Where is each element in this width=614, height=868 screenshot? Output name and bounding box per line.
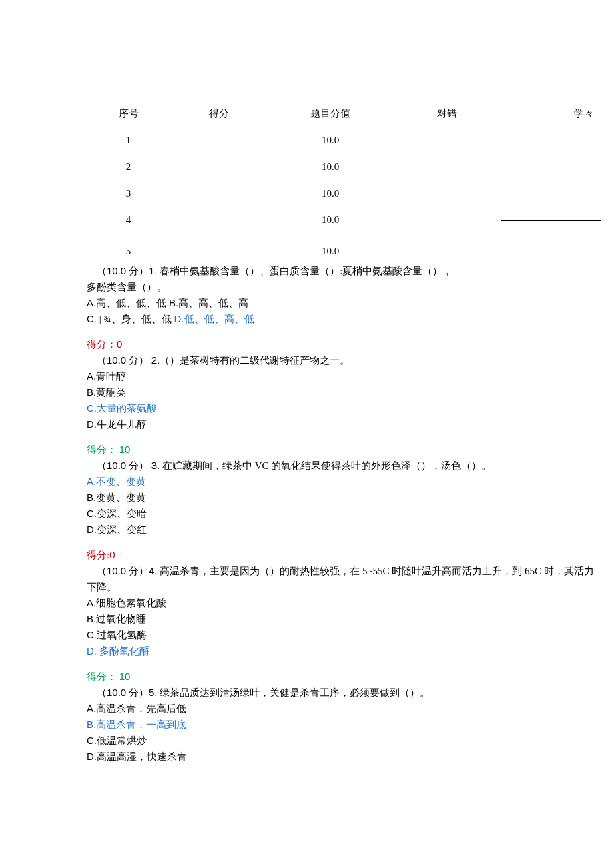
q5-opt-c: C.低温常烘炒: [87, 733, 601, 749]
q2-text: （）是茶树特有的二级代谢特征产物之一。: [160, 355, 350, 366]
q1-opt-c: | ¾、身、低、低: [97, 314, 174, 324]
question-3: 得分： 10 （10.0 分） 3. 在贮藏期间，绿茶中 VC 的氧化结果使得茶…: [87, 442, 601, 538]
paren-close: 分）: [126, 355, 151, 366]
cell-value: 10.0: [267, 214, 394, 226]
cell-value: 10.0: [267, 135, 394, 146]
q5-opt-b: B.高温杀青，一高到底: [87, 717, 601, 733]
opt-text: 高温杀青，一高到底: [96, 719, 186, 730]
col-value-header: 题目分值: [267, 107, 394, 120]
cell-value: 10.0: [267, 161, 394, 173]
q1-opt-d-label: D.: [174, 313, 184, 324]
q1-line-ab: A.高、低、低、低 B.高、高、低、高: [87, 295, 601, 311]
table-row: 5 10.0: [87, 243, 601, 259]
q4-opt-b: B.过氧化物睡: [87, 611, 601, 627]
cell-xue: [501, 220, 601, 221]
q2-score: 得分： 10: [87, 442, 601, 458]
cell-seq: 3: [87, 188, 170, 199]
opt-text: 过氧化氢酶: [97, 630, 147, 640]
opt-label: C.: [87, 402, 97, 414]
table-row: 4 10.0: [87, 207, 601, 234]
q3-num: 3.: [151, 460, 160, 471]
q5-text: 绿茶品质达到清汤绿叶，关健是杀青工序，必须要做到（）。: [157, 687, 430, 698]
q1-prompt: （10.0 分）1. 春梢中氨基酸含量（）、蛋白质含量（）:夏梢中氨基酸含量（）…: [87, 263, 601, 279]
paren-close: 分）: [126, 566, 149, 576]
opt-label: B.: [87, 386, 96, 398]
q5-opt-d: D.高温高湿，快速杀青: [87, 749, 601, 765]
cell-seq: 5: [87, 246, 170, 257]
q3-opt-a: A.不变、变黄: [87, 474, 601, 490]
opt-label: D.: [87, 751, 97, 762]
opt-text: 高温高湿，快速杀青: [97, 751, 187, 762]
score-value: 10: [119, 671, 131, 682]
opt-label: A.: [87, 370, 96, 382]
score-label: 得分：: [87, 339, 117, 350]
q1-opt-d: 低、低、高、低: [184, 314, 254, 324]
q1-opt-b-label: B.: [169, 297, 178, 308]
score-label: 得分：: [87, 671, 119, 682]
opt-text: 大量的茶氨酸: [97, 403, 157, 414]
cell-value: 10.0: [267, 246, 394, 257]
table-header: 序号 得分 题目分值 对错 学々: [87, 100, 601, 127]
q1-opt-a: 高、低、低、低: [96, 298, 169, 308]
paren-open: （: [97, 687, 107, 698]
q1-text-a: 春梢中氨基酸含量（）、蛋白质含量（）:夏梢中氨基酸含量（），: [157, 266, 452, 276]
paren-open: （: [97, 566, 107, 576]
opt-label: A.: [87, 597, 96, 608]
table-row: 3 10.0: [87, 180, 601, 207]
paren-close: 分）: [126, 687, 149, 698]
score-value: 10: [119, 444, 131, 455]
q1-score: 得分：0: [87, 336, 601, 352]
opt-label: C.: [87, 508, 97, 519]
opt-text: 高温杀青，先高后低: [96, 703, 186, 714]
q5-opt-a: A.高温杀青，先高后低: [87, 701, 601, 717]
opt-label: D.: [87, 524, 97, 535]
q4-score: 得分： 10: [87, 669, 601, 685]
score-value: 0: [109, 549, 115, 560]
q2-points: 10.0: [107, 354, 126, 366]
q3-points: 10.0: [107, 460, 126, 471]
opt-label: B.: [87, 719, 96, 730]
score-value: 0: [117, 338, 122, 350]
opt-text: 变黄、变黄: [96, 492, 146, 503]
q2-opt-d: D.牛龙牛儿醇: [87, 416, 601, 432]
question-2: 得分：0 （10.0 分） 2.（）是茶树特有的二级代谢特征产物之一。 A.青叶…: [87, 336, 601, 432]
q4-prompt: （10.0 分）4. 高温杀青，主要是因为（）的耐热性较强，在 5~55C 时随…: [87, 563, 601, 595]
col-right-header: 对错: [394, 107, 501, 120]
opt-text: 不变、变黄: [96, 476, 146, 487]
q3-text: 在贮藏期间，绿茶中 VC 的氧化结果使得茶叶的外形色泽（），汤色（）。: [160, 460, 491, 471]
paren-open: （: [97, 266, 107, 276]
cell-seq: 2: [87, 161, 170, 173]
q1-text-b: 多酚类含量（）。: [87, 279, 601, 295]
q5-points: 10.0: [107, 687, 126, 698]
q4-opt-a: A.细胞色素氧化酸: [87, 595, 601, 611]
q2-opt-c: C.大量的茶氨酸: [87, 400, 601, 416]
col-score-header: 得分: [170, 107, 267, 120]
q5-num: 5.: [149, 687, 158, 698]
opt-text: 低温常烘炒: [97, 735, 147, 746]
q1-opt-b: 高、高、低、高: [178, 298, 248, 308]
opt-label: C.: [87, 629, 97, 640]
q1-line-cd: C. | ¾、身、低、低 D.低、低、高、低: [87, 311, 601, 327]
opt-text: 牛龙牛儿醇: [97, 419, 147, 430]
q2-num: 2.: [151, 354, 160, 366]
opt-text: 黄酮类: [96, 387, 126, 398]
q4-opt-d: D. 多酚氧化酹: [87, 643, 601, 659]
opt-label: A.: [87, 476, 96, 487]
opt-text: 细胞色素氧化酸: [96, 598, 166, 608]
opt-label: D.: [87, 418, 97, 430]
table-row: 2 10.0: [87, 153, 601, 180]
opt-label: A.: [87, 703, 96, 714]
paren-close: 分）: [126, 460, 151, 471]
q4-text: 高温杀青，主要是因为（）的耐热性较强，在 5~55C 时随叶温升高而活力上升，到…: [87, 566, 594, 592]
question-1: （10.0 分）1. 春梢中氨基酸含量（）、蛋白质含量（）:夏梢中氨基酸含量（）…: [87, 263, 601, 327]
opt-text: 变深、变红: [97, 524, 147, 535]
cell-value: 10.0: [267, 188, 394, 199]
table-row: 1 10.0: [87, 127, 601, 153]
score-label: 得分:: [87, 550, 109, 560]
col-seq-header: 序号: [87, 107, 170, 120]
paren-open: （: [97, 460, 107, 471]
paren-open: （: [97, 355, 107, 366]
cell-seq: 1: [87, 135, 170, 146]
q4-points: 10.0: [107, 565, 126, 576]
question-4: 得分:0 （10.0 分）4. 高温杀青，主要是因为（）的耐热性较强，在 5~5…: [87, 547, 601, 659]
